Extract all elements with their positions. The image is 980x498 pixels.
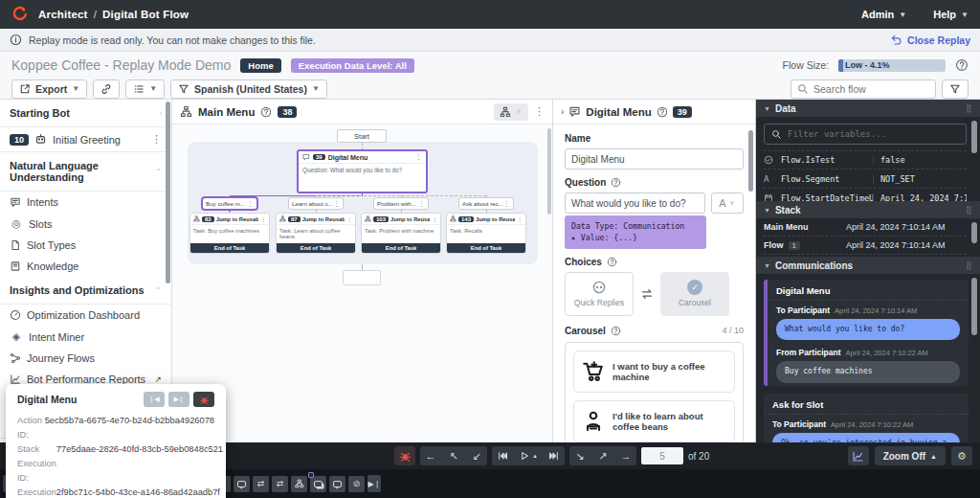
canvas-scrollbar[interactable] xyxy=(547,128,551,215)
question-input[interactable] xyxy=(565,192,705,214)
timeline-step-communicate[interactable] xyxy=(234,476,250,492)
popup-next-button[interactable]: ▶❘ xyxy=(168,392,189,407)
communications-section-header[interactable]: ▼ Communications ⣿ xyxy=(756,257,980,274)
collapse-icon[interactable]: ⌃ xyxy=(155,168,162,176)
question-icon[interactable] xyxy=(657,106,668,118)
zoom-toggle-button[interactable]: Zoom Off▲ xyxy=(875,446,946,465)
swap-icon[interactable] xyxy=(640,287,654,301)
sidebar-item-intents[interactable]: Intents xyxy=(0,192,171,213)
font-format-button[interactable]: A ▼ xyxy=(711,192,744,214)
play-button[interactable]: ▲ xyxy=(515,446,542,465)
carousel-card[interactable]: I want to buy a coffee machine xyxy=(573,351,735,393)
branch-chip-1[interactable]: Buy coffee m...⋮ xyxy=(202,197,257,210)
task-node-1[interactable]: 83Jump to Reusable Task⋮Task: Buy coffee… xyxy=(189,213,270,254)
sidebar-item-slots[interactable]: ◎Slots xyxy=(0,213,171,235)
start-node[interactable]: Start xyxy=(337,129,387,143)
sidebar-scrollbar[interactable] xyxy=(166,102,170,283)
step-number-input[interactable] xyxy=(641,447,683,464)
kebab-menu-icon[interactable]: ⋮ xyxy=(503,200,510,208)
step-into-back-button[interactable]: ↙ xyxy=(466,446,487,465)
timeline-step-flow[interactable] xyxy=(291,476,307,492)
info-icon[interactable] xyxy=(611,177,621,188)
search-flow-input[interactable] xyxy=(813,83,929,95)
canvas-body[interactable]: Start 39 Digital Menu ⋮ xyxy=(172,124,552,442)
breakpoint-bug-button[interactable] xyxy=(394,446,415,465)
language-selector[interactable]: Spanish (United States)▼ xyxy=(170,79,327,99)
filter-variables-input[interactable] xyxy=(788,129,959,139)
step-forward-button[interactable]: → xyxy=(615,446,636,465)
data-section-header[interactable]: ▼ Data ⣿ xyxy=(756,100,980,117)
sidebar-item-journey-flows[interactable]: Journey Flows xyxy=(0,348,171,369)
info-icon[interactable] xyxy=(611,326,621,336)
sidebar-item-slot-types[interactable]: Slot Types xyxy=(0,235,171,256)
expand-icon[interactable]: › xyxy=(561,106,564,117)
timeline-step-disconnect[interactable]: ⊘ xyxy=(348,476,365,492)
kebab-menu-icon[interactable]: ⋮ xyxy=(517,215,523,222)
quick-replies-option[interactable]: Quick Replies xyxy=(565,272,634,316)
step-back-button[interactable]: ← xyxy=(420,446,441,465)
question-icon[interactable] xyxy=(955,58,969,72)
drag-handle-icon[interactable]: ⣿ xyxy=(966,206,972,215)
drag-handle-icon[interactable]: ⣿ xyxy=(966,104,972,113)
stack-scrollbar[interactable] xyxy=(971,222,977,243)
exit-node[interactable] xyxy=(343,270,381,285)
close-replay-button[interactable]: Close Replay xyxy=(890,34,970,46)
sidebar-section-natural-language-understanding[interactable]: Natural Language Understanding⌃ xyxy=(0,152,171,192)
carousel-option-selected[interactable]: ✓ Carousel xyxy=(660,272,729,316)
stack-row[interactable]: Flow1April 24, 2024 7:10:14 AM xyxy=(764,237,967,255)
timeline-step-menu[interactable] xyxy=(310,476,326,492)
timeline-jump-end-button[interactable]: ▶❘ xyxy=(368,475,381,492)
home-badge[interactable]: Home xyxy=(240,58,280,73)
communication-card[interactable]: Ask for SlotTo ParticipantApril 24, 2024… xyxy=(764,394,969,442)
help-menu[interactable]: Help▼ xyxy=(933,9,969,20)
metrics-chart-button[interactable] xyxy=(848,446,869,465)
data-scrollbar[interactable] xyxy=(971,121,977,153)
sidebar-item-knowledge[interactable]: Knowledge xyxy=(0,256,171,277)
stack-section-header[interactable]: ▼ Stack ⣿ xyxy=(756,201,980,218)
filter-flow-button[interactable] xyxy=(942,79,969,99)
kebab-menu-icon[interactable]: ⋮ xyxy=(151,133,162,146)
timeline-step-jump[interactable]: ⇄ xyxy=(272,476,288,492)
info-icon[interactable] xyxy=(607,257,617,267)
name-input[interactable] xyxy=(565,148,744,170)
timeline-step-jump[interactable]: ⇄ xyxy=(253,476,269,492)
kebab-menu-icon[interactable]: ⋮ xyxy=(260,215,266,222)
kebab-menu-icon[interactable]: ⋮ xyxy=(346,215,352,222)
properties-scrollbar[interactable] xyxy=(748,130,753,192)
skip-to-start-button[interactable] xyxy=(492,446,513,465)
starting-bot-header[interactable]: Starting Bot‹ xyxy=(0,100,171,127)
drag-handle-icon[interactable]: ⣿ xyxy=(966,261,972,270)
skip-to-end-button[interactable] xyxy=(544,446,565,465)
collapse-icon[interactable]: ‹ xyxy=(159,109,162,118)
branch-chip-3[interactable]: Problem with...⋮ xyxy=(373,197,429,210)
datatype-value-line[interactable]: ▸ Value: {...} xyxy=(571,232,700,243)
copy-link-button[interactable] xyxy=(93,79,120,99)
play-speed-caret[interactable]: ▲ xyxy=(532,453,538,459)
kebab-menu-icon[interactable]: ⋮ xyxy=(247,200,254,208)
popup-prev-button[interactable]: ❘◀ xyxy=(144,392,165,407)
sidebar-item-intent-miner[interactable]: ◈Intent Miner xyxy=(0,326,171,348)
variable-row[interactable]: Flow.StartDateTimeUtcApril 24, 2024 7:10… xyxy=(764,189,967,201)
task-node-3[interactable]: 103Jump to Reusable Task⋮Task: Problem w… xyxy=(361,213,441,254)
admin-menu[interactable]: Admin▼ xyxy=(861,9,906,20)
digital-menu-node[interactable]: 39 Digital Menu ⋮ Question: What would y… xyxy=(297,149,428,193)
carousel-card[interactable]: I'd like to learn about coffee beans xyxy=(573,400,735,442)
kebab-menu-icon[interactable]: ⋮ xyxy=(432,215,437,222)
sidebar-item-initial-greeting[interactable]: 10 Initial Greeting ⋮ xyxy=(0,127,171,152)
settings-gear-button[interactable]: ⚙ xyxy=(951,446,972,465)
stack-row[interactable]: Main MenuApril 24, 2024 7:10:14 AM xyxy=(764,218,967,237)
step-out-back-button[interactable]: ↖ xyxy=(443,446,464,465)
branch-chip-4[interactable]: Ask about rec...⋮ xyxy=(458,197,514,210)
question-icon[interactable] xyxy=(260,106,272,118)
canvas-layout-button[interactable]: ▼ xyxy=(494,103,528,121)
kebab-menu-icon[interactable]: ⋮ xyxy=(415,153,422,161)
step-out-button[interactable]: ↗ xyxy=(592,446,613,465)
popup-bug-button[interactable] xyxy=(193,392,214,407)
sidebar-section-insights-and-optimizations[interactable]: Insights and Optimizations⌃ xyxy=(0,277,171,305)
sidebar-item-optimization-dashboard[interactable]: Optimization Dashboard xyxy=(0,305,171,326)
task-node-2[interactable]: 87Jump to Reusable Task⋮Task: Learn abou… xyxy=(276,213,356,254)
communications-scrollbar[interactable] xyxy=(971,278,977,335)
communication-card[interactable]: Digital MenuTo ParticipantApril 24, 2024… xyxy=(764,280,969,386)
export-button[interactable]: Export▼ xyxy=(11,79,87,99)
step-into-button[interactable]: ↘ xyxy=(569,446,590,465)
